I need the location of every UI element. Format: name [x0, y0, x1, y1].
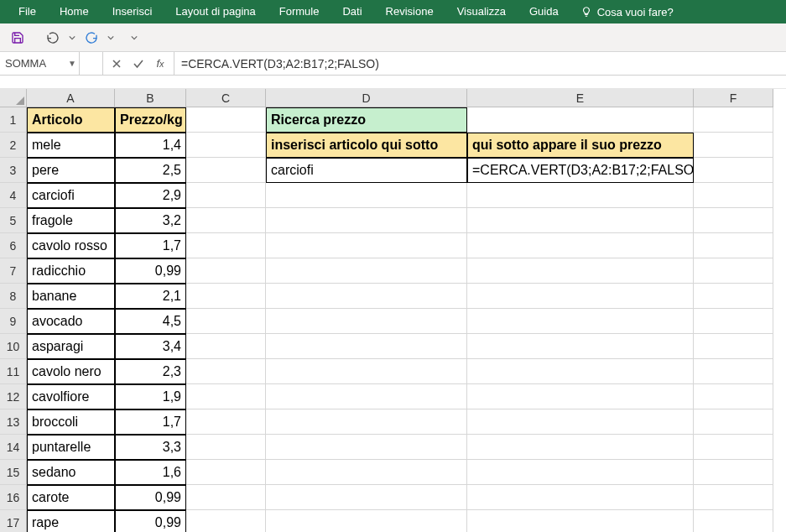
row-head-8[interactable]: 8 [0, 284, 27, 309]
cell-C11[interactable] [186, 359, 266, 384]
cell-C1[interactable] [186, 107, 266, 133]
cell-D11[interactable] [266, 359, 467, 384]
cell-D5[interactable] [266, 208, 467, 233]
menu-file[interactable]: File [7, 0, 48, 23]
row-head-11[interactable]: 11 [0, 359, 27, 384]
cell-A9[interactable]: avocado [27, 309, 115, 334]
cell-C4[interactable] [186, 183, 266, 208]
cell-B12[interactable]: 1,9 [115, 384, 186, 409]
cell-E10[interactable] [467, 334, 694, 359]
cell-E13[interactable] [467, 409, 694, 435]
cell-F13[interactable] [694, 409, 773, 435]
cell-B1[interactable]: Prezzo/kg [115, 107, 186, 133]
undo-dropdown[interactable] [67, 27, 77, 49]
undo-button[interactable] [42, 27, 64, 49]
cell-F15[interactable] [694, 460, 773, 485]
cell-E8[interactable] [467, 284, 694, 309]
cell-C17[interactable] [186, 510, 266, 532]
cell-A2[interactable]: mele [27, 133, 115, 158]
cell-B2[interactable]: 1,4 [115, 133, 186, 158]
cell-E4[interactable] [467, 183, 694, 208]
cell-F2[interactable] [694, 133, 773, 158]
row-head-13[interactable]: 13 [0, 409, 27, 435]
menu-data[interactable]: Dati [331, 0, 373, 23]
qat-customize-dropdown[interactable] [129, 27, 139, 49]
cell-A15[interactable]: sedano [27, 460, 115, 485]
redo-button[interactable] [81, 27, 102, 49]
cell-B15[interactable]: 1,6 [115, 460, 186, 485]
cell-A8[interactable]: banane [27, 284, 115, 309]
cell-F4[interactable] [694, 183, 773, 208]
col-head-E[interactable]: E [467, 89, 694, 107]
cell-F6[interactable] [694, 233, 773, 258]
cell-A13[interactable]: broccoli [27, 409, 115, 435]
cell-A16[interactable]: carote [27, 485, 115, 510]
cell-D2[interactable]: inserisci articolo qui sotto [266, 133, 467, 158]
menu-formulas[interactable]: Formule [268, 0, 331, 23]
row-head-12[interactable]: 12 [0, 384, 27, 409]
cell-C8[interactable] [186, 284, 266, 309]
cell-C14[interactable] [186, 435, 266, 460]
cell-E1[interactable] [467, 107, 694, 133]
cell-B11[interactable]: 2,3 [115, 359, 186, 384]
cell-C6[interactable] [186, 233, 266, 258]
formula-input[interactable]: =CERCA.VERT(D3;A2:B17;2;FALSO) [174, 52, 786, 75]
cell-A14[interactable]: puntarelle [27, 435, 115, 460]
cell-B17[interactable]: 0,99 [115, 510, 186, 532]
row-head-14[interactable]: 14 [0, 435, 27, 460]
cell-E9[interactable] [467, 309, 694, 334]
cell-F3[interactable] [694, 158, 773, 183]
cell-B7[interactable]: 0,99 [115, 258, 186, 284]
row-head-17[interactable]: 17 [0, 510, 27, 532]
cell-F5[interactable] [694, 208, 773, 233]
cell-A1[interactable]: Articolo [27, 107, 115, 133]
cell-A7[interactable]: radicchio [27, 258, 115, 284]
cell-B14[interactable]: 3,3 [115, 435, 186, 460]
cell-B10[interactable]: 3,4 [115, 334, 186, 359]
cell-C9[interactable] [186, 309, 266, 334]
cell-C3[interactable] [186, 158, 266, 183]
cell-F16[interactable] [694, 485, 773, 510]
cell-A10[interactable]: asparagi [27, 334, 115, 359]
cell-D8[interactable] [266, 284, 467, 309]
cell-E3[interactable]: =CERCA.VERT(D3;A2:B17;2;FALSO) [467, 158, 694, 183]
cell-A11[interactable]: cavolo nero [27, 359, 115, 384]
cell-B9[interactable]: 4,5 [115, 309, 186, 334]
cell-C7[interactable] [186, 258, 266, 284]
cell-C5[interactable] [186, 208, 266, 233]
cell-D6[interactable] [266, 233, 467, 258]
cell-D16[interactable] [266, 485, 467, 510]
save-button[interactable] [7, 27, 29, 49]
cell-E15[interactable] [467, 460, 694, 485]
col-head-D[interactable]: D [266, 89, 467, 107]
cell-F12[interactable] [694, 384, 773, 409]
cell-D14[interactable] [266, 435, 467, 460]
cell-A3[interactable]: pere [27, 158, 115, 183]
cell-D9[interactable] [266, 309, 467, 334]
cell-E12[interactable] [467, 384, 694, 409]
menu-page-layout[interactable]: Layout di pagina [164, 0, 267, 23]
cell-C2[interactable] [186, 133, 266, 158]
cell-E14[interactable] [467, 435, 694, 460]
row-head-2[interactable]: 2 [0, 133, 27, 158]
cell-F9[interactable] [694, 309, 773, 334]
cell-E17[interactable] [467, 510, 694, 532]
row-head-9[interactable]: 9 [0, 309, 27, 334]
row-head-16[interactable]: 16 [0, 485, 27, 510]
cell-B3[interactable]: 2,5 [115, 158, 186, 183]
cell-B4[interactable]: 2,9 [115, 183, 186, 208]
menu-insert[interactable]: Inserisci [101, 0, 164, 23]
col-head-C[interactable]: C [186, 89, 266, 107]
cell-C15[interactable] [186, 460, 266, 485]
col-head-F[interactable]: F [694, 89, 773, 107]
row-head-3[interactable]: 3 [0, 158, 27, 183]
row-head-4[interactable]: 4 [0, 183, 27, 208]
cell-D4[interactable] [266, 183, 467, 208]
row-head-6[interactable]: 6 [0, 233, 27, 258]
cell-F11[interactable] [694, 359, 773, 384]
select-all-corner[interactable] [0, 89, 27, 107]
cell-B6[interactable]: 1,7 [115, 233, 186, 258]
cell-C16[interactable] [186, 485, 266, 510]
cell-A6[interactable]: cavolo rosso [27, 233, 115, 258]
cancel-formula-button[interactable] [107, 55, 127, 73]
